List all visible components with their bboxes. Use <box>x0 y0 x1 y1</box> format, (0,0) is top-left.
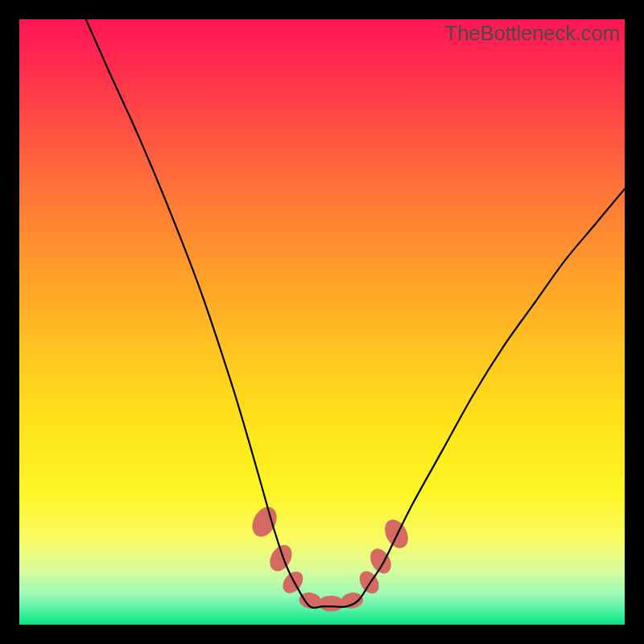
right-blob-3 <box>380 516 412 552</box>
marker-blobs <box>247 503 412 612</box>
plot-frame: TheBottleneck.com <box>19 19 625 625</box>
right-blob-1 <box>356 568 383 597</box>
bottleneck-curve-svg <box>19 19 625 625</box>
watermark-text: TheBottleneck.com <box>445 21 620 46</box>
left-blob-3 <box>279 568 307 597</box>
left-blob-2 <box>266 541 296 575</box>
floor-blob-2 <box>319 596 345 612</box>
bottleneck-curve-path <box>86 19 625 608</box>
